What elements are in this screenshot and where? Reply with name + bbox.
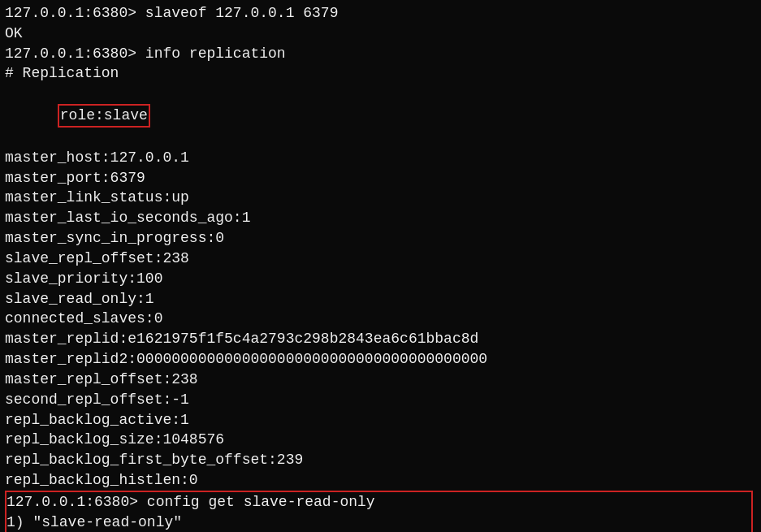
line-19: repl_backlog_active:1 bbox=[5, 410, 756, 430]
line-1: 127.0.0.1:6380> slaveof 127.0.0.1 6379 bbox=[5, 3, 756, 24]
line-12: slave_priority:100 bbox=[5, 269, 756, 289]
line-9: master_last_io_seconds_ago:1 bbox=[5, 208, 756, 228]
line-role: role:slave bbox=[5, 84, 756, 147]
line-7: master_port:6379 bbox=[5, 168, 756, 188]
line-23: 127.0.0.1:6380> config get slave-read-on… bbox=[6, 492, 751, 513]
terminal-window: 127.0.0.1:6380> slaveof 127.0.0.1 6379 O… bbox=[0, 0, 761, 532]
line-16: master_replid2:0000000000000000000000000… bbox=[5, 349, 756, 370]
line-8: master_link_status:up bbox=[5, 188, 756, 208]
terminal-content: 127.0.0.1:6380> slaveof 127.0.0.1 6379 O… bbox=[5, 3, 756, 532]
line-2: OK bbox=[5, 24, 756, 44]
line-15: master_replid:e1621975f1f5c4a2793c298b28… bbox=[5, 329, 756, 349]
config-block: 127.0.0.1:6380> config get slave-read-on… bbox=[5, 491, 753, 532]
line-3: 127.0.0.1:6380> info replication bbox=[5, 44, 756, 64]
line-6: master_host:127.0.0.1 bbox=[5, 148, 756, 168]
line-13: slave_read_only:1 bbox=[5, 289, 756, 309]
line-10: master_sync_in_progress:0 bbox=[5, 228, 756, 249]
line-20: repl_backlog_size:1048576 bbox=[5, 430, 756, 450]
line-14: connected_slaves:0 bbox=[5, 309, 756, 329]
line-4: # Replication bbox=[5, 63, 756, 84]
line-11: slave_repl_offset:238 bbox=[5, 249, 756, 269]
line-17: master_repl_offset:238 bbox=[5, 370, 756, 390]
line-18: second_repl_offset:-1 bbox=[5, 390, 756, 410]
line-22: repl_backlog_histlen:0 bbox=[5, 470, 756, 491]
line-21: repl_backlog_first_byte_offset:239 bbox=[5, 450, 756, 470]
line-24: 1) "slave-read-only" bbox=[6, 513, 751, 532]
role-highlight-box: role:slave bbox=[58, 104, 150, 128]
